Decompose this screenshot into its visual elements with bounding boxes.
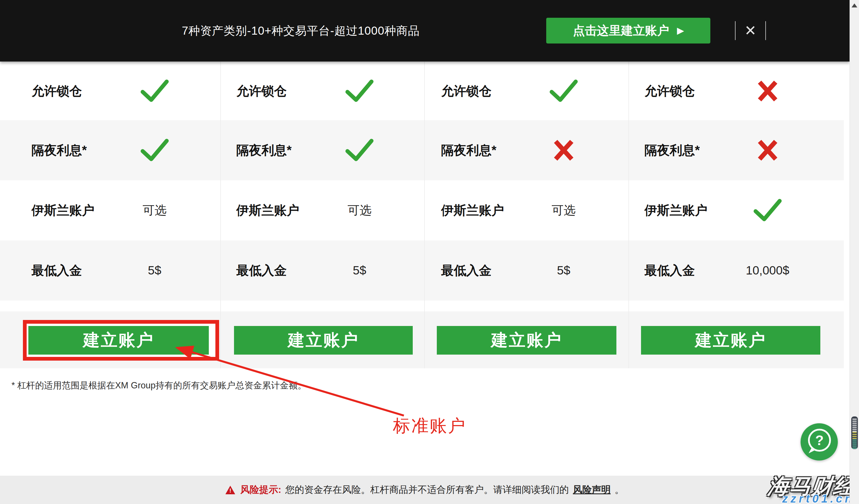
table-row: 允许锁仓	[0, 62, 221, 120]
row-label: 伊斯兰账户	[236, 202, 299, 219]
risk-period: 。	[615, 483, 624, 496]
close-banner-button[interactable]: ✕	[732, 20, 769, 41]
table-row: 最低入金 5$	[221, 240, 425, 300]
cross-icon	[552, 139, 575, 162]
cross-icon	[756, 139, 779, 162]
row-label: 允许锁仓	[31, 82, 82, 99]
row-label: 最低入金	[645, 262, 695, 279]
table-row: 隔夜利息*	[0, 120, 221, 180]
row-label: 隔夜利息*	[645, 142, 700, 159]
divider-line	[765, 21, 766, 40]
table-row: 建立账户	[0, 311, 221, 368]
scroll-markers-yellow	[853, 432, 857, 440]
table-row: 伊斯兰账户	[629, 180, 844, 240]
table-row: 最低入金 10,000$	[629, 240, 844, 300]
cell-value: 5$	[148, 264, 161, 277]
check-icon	[140, 139, 169, 162]
table-row: 建立账户	[425, 311, 629, 368]
risk-body: 您的资金存在风险。杠杆商品并不适合所有客户。请详细阅读我们的	[285, 483, 569, 496]
page: 7种资产类别-10+种交易平台-超过1000种商品 点击这里建立账户 ▶ ✕ 允…	[0, 0, 859, 504]
create-account-button[interactable]: 建立账户	[234, 326, 413, 355]
cell-value: 可选	[552, 202, 576, 218]
row-label: 最低入金	[31, 262, 82, 279]
row-label: 伊斯兰账户	[645, 202, 707, 219]
account-column-3: 允许锁仓 隔夜利息* 伊斯兰账户 可选 最低入金 5$ 建立账户	[425, 62, 629, 368]
create-account-button[interactable]: 建立账户	[437, 326, 616, 355]
row-label: 隔夜利息*	[236, 142, 291, 159]
cross-icon	[756, 80, 779, 103]
row-label: 隔夜利息*	[441, 142, 496, 159]
check-icon	[140, 79, 169, 103]
help-chat-button[interactable]: ?	[801, 423, 838, 460]
risk-prefix: 风险提示:	[240, 483, 281, 496]
risk-warning-bar: ! 风险提示: 您的资金存在风险。杠杆商品并不适合所有客户。请详细阅读我们的风险…	[0, 476, 849, 504]
annotation-label: 标准账户	[393, 414, 466, 438]
check-icon	[753, 199, 782, 222]
account-column-4: 允许锁仓 隔夜利息* 伊斯兰账户 最低入金 10,000$ 建立账户	[629, 62, 844, 368]
cell-value: 10,000$	[746, 264, 789, 277]
scroll-markers-teal	[853, 440, 857, 449]
svg-text:?: ?	[815, 433, 824, 448]
table-row: 最低入金 5$	[0, 240, 221, 300]
check-icon	[345, 139, 374, 162]
scroll-markers-white	[853, 419, 857, 432]
table-row: 伊斯兰账户 可选	[221, 180, 425, 240]
row-label: 伊斯兰账户	[31, 202, 94, 219]
cell-value: 5$	[353, 264, 366, 277]
table-row: 伊斯兰账户 可选	[0, 180, 221, 240]
table-row: 隔夜利息*	[629, 120, 844, 180]
close-icon: ✕	[744, 23, 756, 38]
table-row: 最低入金 5$	[425, 240, 629, 300]
row-spacer	[425, 300, 629, 311]
table-row: 允许锁仓	[425, 62, 629, 120]
row-spacer	[0, 300, 221, 311]
scroll-up-arrow-icon[interactable]	[852, 3, 857, 7]
cta-label: 点击这里建立账户	[573, 22, 669, 38]
row-label: 伊斯兰账户	[441, 202, 504, 219]
watermark-domain: zzrt01.cn	[782, 492, 855, 504]
cell-value: 可选	[347, 202, 372, 218]
play-arrow-icon: ▶	[677, 26, 684, 35]
exclamation-glyph: !	[229, 488, 232, 493]
row-label: 允许锁仓	[236, 82, 287, 99]
row-label: 最低入金	[441, 262, 492, 279]
row-spacer	[221, 300, 425, 311]
cell-value: 5$	[557, 264, 570, 277]
risk-statement-link[interactable]: 风险声明	[573, 483, 611, 496]
row-label: 允许锁仓	[441, 82, 492, 99]
row-spacer	[629, 300, 844, 311]
table-row: 隔夜利息*	[221, 120, 425, 180]
table-row: 允许锁仓	[629, 62, 844, 120]
create-account-button-standard[interactable]: 建立账户	[28, 326, 209, 355]
check-icon	[345, 79, 374, 103]
cell-value: 可选	[142, 202, 167, 218]
question-bubble-icon: ?	[801, 423, 838, 460]
account-column-1: 允许锁仓 隔夜利息* 伊斯兰账户 可选 最低入金 5$ 建立账户	[0, 62, 221, 368]
open-account-cta-button[interactable]: 点击这里建立账户 ▶	[546, 18, 710, 44]
leverage-footnote: * 杠杆的适用范围是根据在XM Group持有的所有交易账户总资金累计金额。	[12, 379, 306, 392]
create-account-button[interactable]: 建立账户	[641, 326, 820, 355]
table-row: 伊斯兰账户 可选	[425, 180, 629, 240]
table-row: 允许锁仓	[221, 62, 425, 120]
check-icon	[549, 79, 578, 103]
promo-banner: 7种资产类别-10+种交易平台-超过1000种商品 点击这里建立账户 ▶ ✕	[0, 0, 849, 62]
scrollbar-track[interactable]	[849, 0, 859, 504]
promo-banner-title: 7种资产类别-10+种交易平台-超过1000种商品	[0, 0, 602, 62]
scrollbar-thumb[interactable]	[851, 416, 858, 449]
row-label: 最低入金	[236, 262, 287, 279]
row-label: 隔夜利息*	[31, 142, 87, 159]
table-row: 建立账户	[629, 311, 844, 368]
table-row: 隔夜利息*	[425, 120, 629, 180]
row-label: 允许锁仓	[645, 82, 695, 99]
divider-line	[735, 21, 736, 40]
warning-triangle-icon: !	[225, 486, 235, 494]
table-row: 建立账户	[221, 311, 425, 368]
account-column-2: 允许锁仓 隔夜利息* 伊斯兰账户 可选 最低入金 5$ 建立账户	[221, 62, 425, 368]
